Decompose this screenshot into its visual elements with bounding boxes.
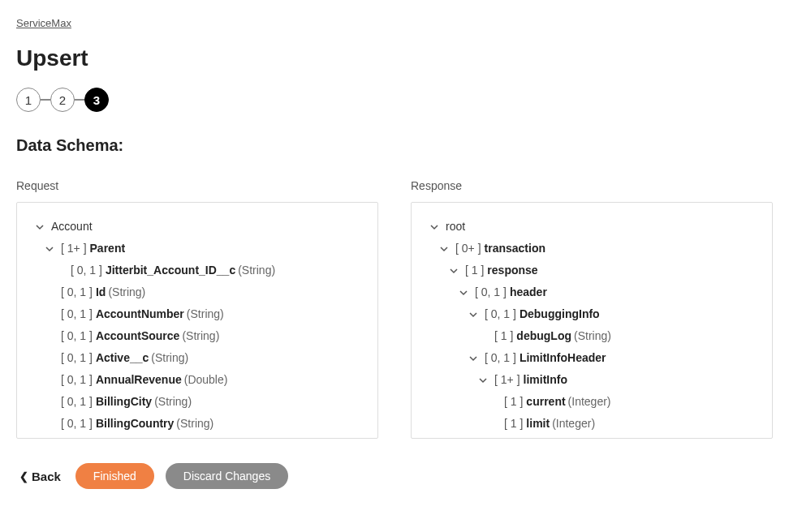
cardinality: [ 1 ]	[504, 437, 523, 439]
back-button[interactable]: ❮ Back	[16, 465, 64, 488]
cardinality: [ 1+ ]	[494, 371, 520, 388]
request-header: Request	[16, 179, 378, 192]
field-name: header	[510, 284, 547, 301]
field-name: limit	[526, 415, 550, 432]
field-name: DebuggingInfo	[520, 306, 600, 323]
cardinality: [ 0, 1 ]	[61, 284, 93, 301]
field-name: current	[526, 393, 565, 410]
breadcrumb[interactable]: ServiceMax	[16, 17, 71, 29]
finished-button[interactable]: Finished	[75, 463, 154, 489]
response-node[interactable]: [ 1 ] current (Integer)	[428, 391, 756, 413]
field-name: Id	[96, 284, 106, 301]
request-node[interactable]: [ 0, 1 ] BillingCountry (String)	[33, 413, 361, 435]
response-node[interactable]: [ 0+ ] transaction	[428, 238, 756, 260]
chevron-down-icon[interactable]	[428, 221, 441, 234]
response-node[interactable]: [ 1+ ] limitInfo	[428, 369, 756, 391]
step-1[interactable]: 1	[16, 88, 41, 112]
cardinality: [ 0, 1 ]	[61, 437, 93, 439]
response-node[interactable]: [ 1 ] debugLog (String)	[428, 325, 756, 347]
cardinality: [ 0, 1 ]	[71, 262, 102, 279]
request-node[interactable]: [ 0, 1 ] Active__c (String)	[33, 347, 361, 369]
response-schema-box: root[ 0+ ] transaction[ 1 ] response[ 0,…	[411, 202, 773, 439]
field-name: LimitInfoHeader	[520, 350, 606, 367]
request-node[interactable]: [ 0, 1 ] AccountSource (String)	[33, 325, 361, 347]
field-name: Account	[51, 218, 93, 235]
request-node[interactable]: [ 0, 1 ] AnnualRevenue (Double)	[33, 369, 361, 391]
step-3[interactable]: 3	[84, 88, 109, 112]
cardinality: [ 1 ]	[494, 328, 513, 345]
field-type: (Double)	[184, 371, 228, 388]
section-title: Data Schema:	[16, 136, 773, 155]
response-node[interactable]: [ 1 ] response	[428, 260, 756, 281]
response-node[interactable]: [ 1 ] type (String)	[428, 435, 756, 439]
field-name: type	[526, 437, 550, 439]
request-schema-box: Account[ 1+ ] Parent[ 0, 1 ] Jitterbit_A…	[16, 202, 378, 439]
chevron-down-icon[interactable]	[43, 242, 56, 255]
field-name: BillingCountry	[96, 415, 174, 432]
cardinality: [ 0+ ]	[455, 240, 481, 257]
chevron-down-icon[interactable]	[457, 286, 470, 299]
step-connector	[41, 99, 50, 101]
request-node[interactable]: [ 0, 1 ] Id (String)	[33, 281, 361, 303]
chevron-down-icon[interactable]	[447, 264, 460, 277]
response-node[interactable]: root	[428, 216, 756, 238]
response-node[interactable]: [ 0, 1 ] LimitInfoHeader	[428, 347, 756, 369]
request-node[interactable]: [ 0, 1 ] Jitterbit_Account_ID__c (String…	[33, 260, 361, 281]
field-type: (String)	[108, 284, 145, 301]
field-name: response	[487, 262, 537, 279]
cardinality: [ 0, 1 ]	[61, 306, 93, 323]
cardinality: [ 1 ]	[504, 415, 523, 432]
cardinality: [ 0, 1 ]	[61, 415, 93, 432]
field-type: (String)	[154, 393, 192, 410]
field-name: debugLog	[516, 328, 571, 345]
stepper: 123	[16, 88, 773, 112]
field-name: BillingGeocodeAccuracy	[96, 437, 231, 439]
request-node[interactable]: [ 0, 1 ] BillingGeocodeAccuracy (String)	[33, 435, 361, 439]
cardinality: [ 1 ]	[465, 262, 484, 279]
chevron-down-icon[interactable]	[467, 352, 480, 365]
page-title: Upsert	[16, 45, 773, 71]
field-name: AnnualRevenue	[96, 371, 182, 388]
cardinality: [ 0, 1 ]	[61, 328, 93, 345]
field-name: transaction	[485, 240, 545, 257]
chevron-down-icon[interactable]	[467, 308, 480, 321]
cardinality: [ 0, 1 ]	[485, 306, 516, 323]
discard-button[interactable]: Discard Changes	[166, 463, 288, 489]
field-name: Active__c	[96, 350, 149, 367]
response-node[interactable]: [ 0, 1 ] DebuggingInfo	[428, 303, 756, 325]
field-type: (String)	[187, 306, 224, 323]
step-2[interactable]: 2	[50, 88, 75, 112]
step-connector	[75, 99, 84, 101]
field-type: (Integer)	[568, 393, 611, 410]
cardinality: [ 0, 1 ]	[61, 371, 93, 388]
field-type: (String)	[176, 415, 213, 432]
field-name: Parent	[90, 240, 126, 257]
field-type: (String)	[574, 328, 611, 345]
request-node[interactable]: Account	[33, 216, 361, 238]
response-node[interactable]: [ 1 ] limit (Integer)	[428, 413, 756, 435]
cardinality: [ 1 ]	[504, 393, 523, 410]
field-type: (String)	[151, 350, 188, 367]
field-name: root	[446, 218, 465, 235]
chevron-down-icon[interactable]	[438, 242, 451, 255]
field-name: BillingCity	[96, 393, 152, 410]
response-node[interactable]: [ 0, 1 ] header	[428, 281, 756, 303]
chevron-down-icon[interactable]	[476, 374, 489, 387]
chevron-down-icon[interactable]	[33, 221, 46, 234]
field-name: Jitterbit_Account_ID__c	[106, 262, 235, 279]
field-type: (String)	[233, 437, 270, 439]
field-name: AccountSource	[96, 328, 179, 345]
cardinality: [ 0, 1 ]	[61, 393, 93, 410]
field-type: (String)	[552, 437, 589, 439]
back-label: Back	[32, 470, 61, 483]
cardinality: [ 0, 1 ]	[61, 350, 93, 367]
cardinality: [ 1+ ]	[61, 240, 87, 257]
request-node[interactable]: [ 1+ ] Parent	[33, 238, 361, 260]
field-name: limitInfo	[524, 371, 567, 388]
field-name: AccountNumber	[96, 306, 184, 323]
chevron-left-icon: ❮	[19, 470, 28, 483]
field-type: (String)	[182, 328, 219, 345]
cardinality: [ 0, 1 ]	[475, 284, 507, 301]
request-node[interactable]: [ 0, 1 ] BillingCity (String)	[33, 391, 361, 413]
request-node[interactable]: [ 0, 1 ] AccountNumber (String)	[33, 303, 361, 325]
